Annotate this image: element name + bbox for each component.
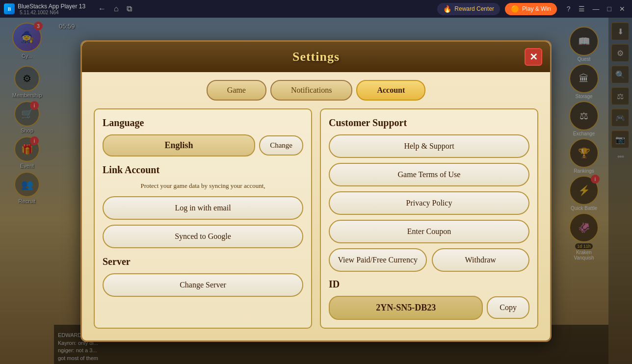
language-display: English (103, 134, 255, 156)
reward-center-badge[interactable]: 🔥 Reward Center (437, 3, 500, 15)
enter-coupon-button[interactable]: Enter Coupon (329, 220, 529, 243)
sync-google-button[interactable]: Synced to Google (103, 225, 303, 248)
tabs-button[interactable]: ⧉ (125, 2, 134, 15)
app-title: BlueStacks App Player 13 (18, 3, 85, 10)
topbar: B BlueStacks App Player 13 5.11.42.1002 … (0, 0, 632, 18)
reward-icon: 🔥 (443, 5, 451, 13)
modal-close-button[interactable]: ✕ (525, 48, 542, 66)
server-section-title: Server (103, 256, 303, 267)
change-server-button[interactable]: Change Server (103, 273, 303, 297)
language-row: English Change (103, 134, 303, 156)
customer-support-section: Customer Support Help & Support Game Ter… (329, 117, 529, 272)
left-panel: Language English Change Link Account Pro… (94, 108, 312, 329)
privacy-policy-button[interactable]: Privacy Policy (329, 191, 529, 215)
modal-body: Language English Change Link Account Pro… (82, 101, 550, 329)
help-button[interactable]: ? (564, 3, 574, 15)
hamburger-button[interactable]: ☰ (576, 3, 588, 15)
minimize-button[interactable]: — (590, 3, 603, 15)
login-email-button[interactable]: Log in with email (103, 196, 303, 220)
modal-header: Settings ✕ (82, 42, 550, 72)
id-section-label: ID (329, 279, 529, 290)
app-version: 5.11.42.1002 N64 (20, 10, 85, 15)
link-account-title: Link Account (103, 164, 303, 176)
link-account-description: Protect your game data by syncing your a… (103, 182, 303, 190)
tab-notifications[interactable]: Notifications (270, 80, 353, 101)
home-button[interactable]: ⌂ (112, 2, 121, 15)
right-panel: Customer Support Help & Support Game Ter… (320, 108, 538, 329)
view-currency-button[interactable]: View Paid/Free Currency (329, 248, 427, 272)
id-section: ID 2YN-SN5-DB23 Copy (329, 279, 529, 320)
customer-support-title: Customer Support (329, 117, 529, 129)
currency-withdraw-row: View Paid/Free Currency Withdraw (329, 248, 529, 272)
play-icon: 🟠 (511, 5, 519, 13)
tab-game[interactable]: Game (207, 80, 266, 101)
language-change-button[interactable]: Change (259, 135, 303, 156)
server-section: Server Change Server (103, 256, 303, 297)
link-account-section: Link Account Protect your game data by s… (103, 164, 303, 248)
nav-buttons: ← ⌂ ⧉ (96, 2, 134, 15)
play-win-badge[interactable]: 🟠 Play & Win (505, 3, 557, 15)
settings-modal: Settings ✕ Game Notifications Account La… (80, 40, 552, 342)
language-section: Language English Change (103, 117, 303, 156)
tab-account[interactable]: Account (356, 80, 425, 101)
bluestacks-logo: B (4, 3, 15, 14)
help-support-button[interactable]: Help & Support (329, 134, 529, 158)
id-row: 2YN-SN5-DB23 Copy (329, 296, 529, 320)
close-button[interactable]: ✕ (616, 3, 628, 15)
back-button[interactable]: ← (96, 2, 108, 15)
maximize-button[interactable]: □ (605, 3, 614, 15)
id-value: 2YN-SN5-DB23 (329, 296, 483, 320)
window-controls: ? ☰ — □ ✕ (564, 3, 628, 15)
modal-tabs: Game Notifications Account (82, 72, 550, 101)
language-section-title: Language (103, 117, 303, 129)
modal-title: Settings (292, 50, 340, 64)
withdraw-button[interactable]: Withdraw (432, 248, 530, 272)
game-terms-button[interactable]: Game Terms of Use (329, 163, 529, 186)
reward-label: Reward Center (454, 5, 494, 12)
modal-overlay: Settings ✕ Game Notifications Account La… (0, 18, 632, 364)
play-label: Play & Win (522, 5, 551, 12)
copy-id-button[interactable]: Copy (487, 296, 529, 319)
